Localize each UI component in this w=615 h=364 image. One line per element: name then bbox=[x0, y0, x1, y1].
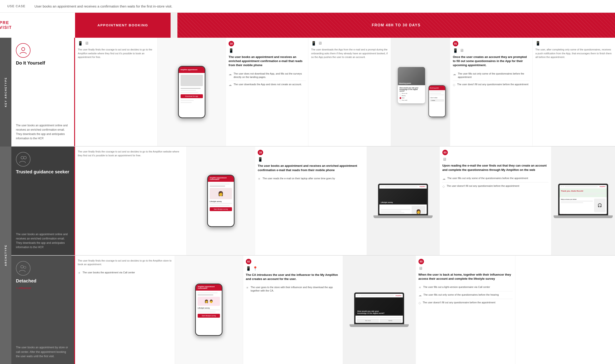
det-step-col-1: The user finally finds the courage to ac… bbox=[75, 256, 175, 364]
det-device-col-1: Amplifon appointment confirmation 👩 👨 bbox=[175, 256, 243, 364]
trusted-step-col-1: The user finally finds the courage to ac… bbox=[75, 146, 187, 255]
diy-sc-3: ☁ The user fills out only some of the qu… bbox=[453, 70, 530, 81]
row-trusted: Trusted guidance seeker The user books a… bbox=[11, 146, 615, 255]
diy-hearing-device: Hearing goals How would you rate your kn… bbox=[391, 38, 450, 146]
detached-name: Detached bbox=[16, 278, 69, 284]
phase-gap bbox=[11, 13, 75, 38]
diy-step-col-5: 📱 The user, after completing only some o… bbox=[533, 38, 615, 146]
trusted-sc-3: ☁ The user fills out only some of the qu… bbox=[442, 175, 548, 182]
svg-point-0 bbox=[22, 48, 25, 51]
diy-col3-body: The user downloads the App from the e-ma… bbox=[311, 48, 388, 59]
svg-point-3 bbox=[21, 265, 23, 268]
pre-visit-label: PRE VISIT bbox=[0, 20, 12, 30]
diy-body: The user books an appointment online and… bbox=[16, 123, 69, 141]
trusted-laptop-display: Amplifon Lifestyle survey bbox=[367, 146, 440, 255]
row-diy: Do It Yourself The user books an appoint… bbox=[11, 38, 615, 146]
use-case-label: USE CASE bbox=[7, 4, 26, 8]
svg-point-4 bbox=[24, 266, 26, 269]
use-case-text: User books an appointment and receives a… bbox=[35, 4, 172, 8]
diy-step-col-3: 📱🖥 The user downloads the App from the e… bbox=[308, 38, 391, 146]
trusted-name: Trusted guidance seeker bbox=[16, 169, 69, 174]
trusted-sc-4: ◇ The user doesn't fill out any question… bbox=[442, 182, 548, 190]
diy-device-col-1: Amplifon appointment Download the app bbox=[158, 38, 226, 146]
det-sc-3: ☀ The user fills out a light-version que… bbox=[419, 284, 513, 291]
left-sidebar: PRE VISIT KEY ARCHETYPE ARCHETYPE bbox=[0, 13, 11, 364]
det-sc-1: ☀ The user books the appointment via Cal… bbox=[78, 269, 172, 276]
phase-headers: APPOINTMENT BOOKING FROM 48H TO 30 DAYS bbox=[11, 13, 615, 38]
trusted-icon bbox=[16, 152, 30, 167]
det-step-col-5 bbox=[515, 256, 615, 364]
archetype-panel-detached: Detached + influencer The user books an … bbox=[11, 256, 75, 364]
trusted-step-col-4: 03 🖥 Upon reading the e-mail the user fi… bbox=[440, 146, 551, 255]
trusted-step-col-2: 15 📱 The user books an appointment and r… bbox=[255, 146, 367, 255]
det-step-col-2: 02 📱📍 The CA introduces the user and the… bbox=[243, 256, 343, 364]
det-sc-5: ◇ The user doesn't fill out any question… bbox=[419, 299, 513, 307]
det-step-col-4: 03 🖥 When the user is back at home, toge… bbox=[416, 256, 516, 364]
svg-point-2 bbox=[24, 156, 26, 159]
archetype-label: ARCHETYPE bbox=[0, 146, 11, 364]
key-archetype-label: KEY ARCHETYPE bbox=[0, 38, 11, 146]
diy-icon bbox=[16, 43, 30, 58]
row-detached: Detached + influencer The user books an … bbox=[11, 256, 615, 364]
diy-col1-body: The user finally finds the courage to ac… bbox=[78, 48, 155, 59]
diy-sc-4: ◇ The user does't fill out any questionn… bbox=[453, 81, 530, 88]
diy-step-2-num: 10 bbox=[229, 41, 234, 46]
detached-body: The user books an appointment by store o… bbox=[16, 345, 69, 359]
phase-from48: FROM 48H TO 30 DAYS bbox=[178, 13, 615, 38]
trusted-sc-1: ☀ The user reads the e-mail on their lap… bbox=[258, 175, 364, 182]
header: USE CASE User books an appointment and r… bbox=[0, 0, 615, 13]
trusted-device-col-1: Amplifon appointment confirmation 👩 Life bbox=[187, 146, 255, 255]
trusted-body: The user books an appointment online and… bbox=[16, 232, 69, 250]
trusted-laptop-display-2: Amplifon Thank you, Giulio Rocchi! bbox=[551, 146, 615, 255]
phase-appointment: APPOINTMENT BOOKING bbox=[75, 13, 171, 38]
diy-scenario-2: ☁ The user downloads the App and does no… bbox=[229, 81, 305, 88]
diy-scenario-1: ☁ The user does not download the App, an… bbox=[229, 70, 305, 81]
detached-sub: + influencer bbox=[16, 286, 69, 290]
det-laptop-display: Amplifon How would you rate yourknowledg… bbox=[343, 256, 416, 364]
svg-point-1 bbox=[21, 156, 24, 159]
detached-icon bbox=[16, 261, 30, 276]
diy-step-col-2: 10 📱 The user books an appointment and r… bbox=[226, 38, 308, 146]
diy-step-col-1: 📱 🖥 The user finally finds the courage t… bbox=[75, 38, 158, 146]
archetype-panel-diy: Do It Yourself The user books an appoint… bbox=[11, 38, 75, 146]
diy-name: Do It Yourself bbox=[16, 60, 69, 66]
diy-step-col-4: 01 📱🖥 Once the user creates an account t… bbox=[450, 38, 533, 146]
archetype-panel-trusted: Trusted guidance seeker The user books a… bbox=[11, 146, 75, 255]
det-sc-2: ☀ The user goes to the store with their … bbox=[246, 284, 340, 295]
det-sc-4: ☁ The user fills out only some of the qu… bbox=[419, 291, 513, 299]
diy-col1-icons: 📱 🖥 bbox=[78, 41, 155, 46]
diy-col2-headline: The user books an appointment and receiv… bbox=[229, 55, 305, 67]
